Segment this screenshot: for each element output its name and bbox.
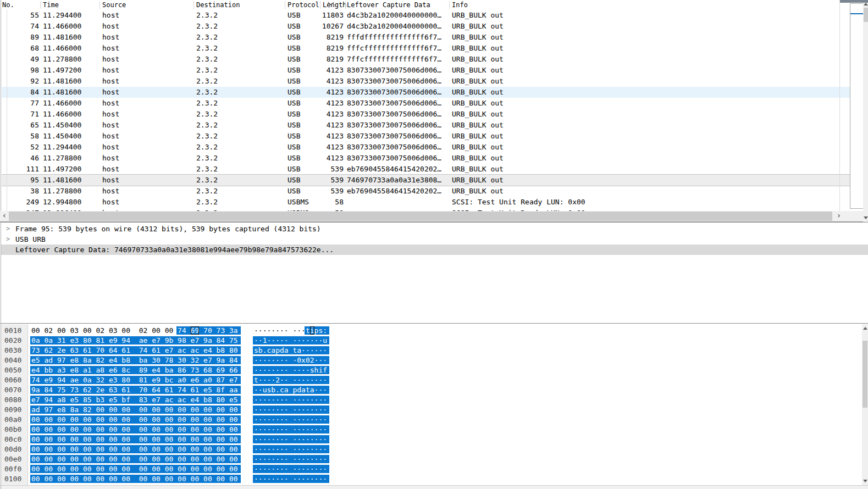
horizontal-scrollbar[interactable]: ‹ › [0, 211, 863, 222]
vertical-scrollbar[interactable] [863, 0, 868, 222]
hex-bytes[interactable]: 74 e9 94 ae 0a 32 e3 80 81 e9 bc a0 e6 a… [31, 375, 241, 385]
column-header-time[interactable]: Time [43, 1, 59, 9]
hex-scroll-up-icon[interactable] [863, 327, 867, 330]
packet-row[interactable]: 9211.481600host2.3.2USB41238307330073007… [2, 76, 850, 87]
ascii-bytes[interactable]: ········ ········ [254, 454, 329, 464]
offset-label: 0090 [4, 405, 21, 415]
packet-row[interactable]: 9811.497200host2.3.2USB41238307330073007… [2, 65, 850, 76]
hex-bytes[interactable]: e4 bb a3 e8 a1 a8 e6 8c 89 e4 ba 86 73 6… [31, 365, 241, 375]
hex-bytes[interactable]: 00 00 00 00 00 00 00 00 00 00 00 00 00 0… [31, 435, 241, 444]
hex-vertical-scrollbar[interactable] [862, 324, 868, 485]
pane-divider[interactable] [0, 323, 868, 324]
column-header-length[interactable]: Length [323, 1, 346, 9]
detail-line[interactable]: >Frame 95: 539 bytes on wire (4312 bits)… [1, 224, 868, 234]
cell-data: 83073300730075006d006… [347, 109, 441, 120]
scroll-left-icon[interactable]: ‹ [0, 211, 9, 220]
hex-bytes[interactable]: e7 94 a8 e5 85 b3 e5 bf 83 e7 ac ac e4 b… [31, 395, 241, 405]
offset-label: 00b0 [4, 425, 21, 435]
hex-bytes[interactable]: 00 00 00 00 00 00 00 00 00 00 00 00 00 0… [31, 415, 241, 425]
column-header-no-[interactable]: No. [2, 1, 14, 9]
hex-bytes[interactable]: 73 62 2e 63 61 70 64 61 74 61 e7 ac ac e… [31, 346, 241, 355]
ascii-bytes[interactable]: ········ ········ [254, 464, 329, 474]
expander-icon[interactable]: > [6, 224, 10, 234]
hex-bytes[interactable]: 00 00 00 00 00 00 00 00 00 00 00 00 00 0… [31, 454, 241, 464]
ascii-bytes[interactable]: ········ ········ [254, 405, 329, 415]
offset-label: 0050 [4, 365, 21, 375]
cell-length: 10267 [305, 21, 344, 32]
packet-row[interactable]: 4611.278800host2.3.2USB41238307330073007… [2, 153, 850, 164]
packet-row[interactable]: 24912.994800host2.3.2USBMS58SCSI: Test U… [2, 197, 850, 208]
cell-info: URB_BULK out [452, 131, 504, 142]
cell-destination: 2.3.2 [196, 197, 218, 208]
hex-bytes[interactable]: ad 97 e8 8a 82 00 00 00 00 00 00 00 00 0… [31, 405, 241, 415]
scroll-up-icon[interactable] [864, 3, 868, 5]
packet-row[interactable]: 8911.481600host2.3.2USB8219fffdfffffffff… [2, 32, 850, 43]
window-left-border [1, 0, 1, 489]
ascii-bytes[interactable]: sb.capda ta······ [254, 346, 329, 355]
cell-protocol: USB [288, 65, 300, 76]
cell-data: eb7690455846415420202… [347, 164, 441, 175]
ascii-bytes[interactable]: ········ ···tips: [254, 326, 329, 336]
hex-scrollbar-thumb[interactable] [863, 341, 867, 408]
ascii-bytes[interactable]: ··1····· ·······u [254, 336, 329, 346]
expander-icon[interactable]: > [6, 234, 10, 244]
hex-row: 0080e7 94 a8 e5 85 b3 e5 bf 83 e7 ac ac … [0, 395, 858, 405]
intelligent-scrollbar-minimap[interactable] [850, 3, 864, 209]
packet-row[interactable]: 5811.450400host2.3.2USB41238307330073007… [2, 131, 850, 142]
cell-info: URB_BULK out [452, 109, 504, 120]
packet-row[interactable]: 11111.497200host2.3.2USB539eb76904558464… [2, 164, 850, 175]
packet-row[interactable]: 6811.466000host2.3.2USB8219fffcfffffffff… [2, 43, 850, 54]
scroll-down-icon[interactable] [864, 216, 868, 219]
hex-bytes[interactable]: e5 ad 97 e8 8a 82 e4 b8 ba 30 78 30 32 e… [31, 355, 241, 365]
cell-no: 84 [2, 87, 39, 98]
packet-row[interactable]: 3811.278800host2.3.2USB539eb769045584641… [2, 186, 850, 197]
packet-row[interactable]: 4911.278800host2.3.2USB82197ffcfffffffff… [2, 54, 850, 65]
column-header-source[interactable]: Source [102, 1, 126, 9]
cell-time: 12.994800 [43, 197, 81, 208]
hex-bytes[interactable]: 00 02 00 03 00 02 03 00 02 00 00 74 69 7… [31, 326, 241, 336]
packet-row[interactable]: 8411.481600host2.3.2USB41238307330073007… [2, 87, 850, 98]
packet-row[interactable]: 6511.450400host2.3.2USB41238307330073007… [2, 120, 850, 131]
ascii-bytes[interactable]: ········ ········ [254, 435, 329, 444]
packet-row[interactable]: 7711.466000host2.3.2USB41238307330073007… [2, 98, 850, 109]
hex-row: 00a000 00 00 00 00 00 00 00 00 00 00 00 … [0, 415, 858, 425]
packet-row[interactable]: 9511.481600host2.3.2USB539746970733a0a0a… [2, 175, 850, 186]
hex-scroll-down-icon[interactable] [863, 480, 867, 482]
ascii-bytes[interactable]: ········ ·0x02··· [254, 355, 329, 365]
ascii-bytes[interactable]: ········ ········ [254, 474, 329, 484]
detail-line[interactable]: >USB URB [1, 234, 868, 244]
column-header-destination[interactable]: Destination [196, 1, 240, 9]
column-header-info[interactable]: Info [452, 1, 468, 9]
packet-row[interactable]: 5211.294400host2.3.2USB41238307330073007… [2, 142, 850, 153]
hex-bytes-highlight: e7 94 a8 e5 85 b3 e5 bf 83 e7 ac ac e4 b… [30, 396, 241, 404]
vertical-scrollbar-thumb[interactable] [864, 8, 868, 22]
ascii-bytes[interactable]: ········ ········ [254, 415, 329, 425]
ascii-bytes[interactable]: ··usb.ca pdata··· [254, 385, 329, 395]
scroll-right-icon[interactable]: › [834, 211, 843, 220]
hex-bytes[interactable]: 9a 84 75 73 62 2e 63 61 70 64 61 74 61 e… [31, 385, 241, 395]
detail-line[interactable]: Leftover Capture Data: 746970733a0a0a31e… [1, 244, 868, 255]
hex-bytes[interactable]: 00 00 00 00 00 00 00 00 00 00 00 00 00 0… [31, 444, 241, 454]
hex-bytes[interactable]: 00 00 00 00 00 00 00 00 00 00 00 00 00 0… [31, 464, 241, 474]
horizontal-scrollbar-thumb[interactable] [9, 212, 832, 221]
packet-row[interactable]: 7111.466000host2.3.2USB41238307330073007… [2, 109, 850, 120]
packet-row[interactable]: 5511.294400host2.3.2USB11803d4c3b2a10200… [2, 10, 850, 21]
offset-label: 00d0 [4, 444, 21, 454]
hex-bytes[interactable]: 00 00 00 00 00 00 00 00 00 00 00 00 00 0… [31, 425, 241, 435]
column-header-protocol[interactable]: Protocol [288, 1, 319, 9]
offset-label: 0100 [4, 474, 21, 484]
column-header-leftover-capture-data[interactable]: Leftover Capture Data [347, 1, 430, 9]
minimap-selected-packet-mark [850, 13, 863, 14]
ascii-bytes[interactable]: ········ ········ [254, 425, 329, 435]
ascii-bytes[interactable]: ········ ····shif [254, 365, 329, 375]
cell-time: 11.278800 [43, 153, 81, 164]
ascii-bytes[interactable]: ········ ········ [254, 444, 329, 454]
cell-protocol: USB [288, 109, 300, 120]
cell-time: 11.466000 [43, 109, 81, 120]
ascii-bytes[interactable]: ········ ········ [254, 395, 329, 405]
packet-row[interactable]: 7411.466000host2.3.2USB10267d4c3b2a10200… [2, 21, 850, 32]
cell-data: d4c3b2a10200040000000… [347, 21, 441, 32]
hex-bytes[interactable]: 0a 0a 31 e3 80 81 e9 94 ae e7 9b 98 e7 9… [31, 336, 241, 346]
hex-bytes[interactable]: 00 00 00 00 00 00 00 00 00 00 00 00 00 0… [31, 474, 241, 484]
ascii-bytes[interactable]: t····2·· ········ [254, 375, 329, 385]
